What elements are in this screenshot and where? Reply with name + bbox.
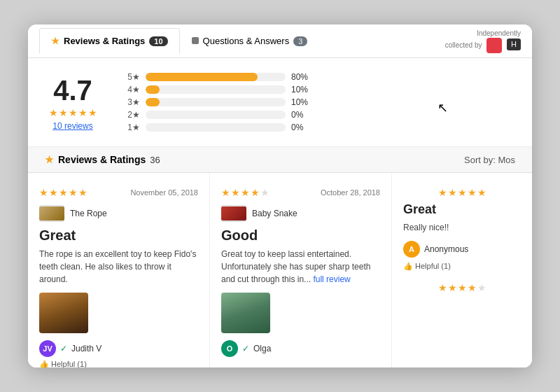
bar-label-4: 4★ [123,85,140,94]
review-2-title: Good [221,227,380,244]
bar-pct-4: 10% [291,85,314,94]
tab-qa[interactable]: Questions & Answers 3 [180,28,320,54]
bar-row-3: 3★ 10% [123,97,515,107]
bar-fill-4 [146,85,160,94]
bar-label-3: 3★ [123,97,140,107]
bar-row-4: 4★ 10% [123,85,515,94]
star-1: ★ [49,107,58,118]
review-2-product: Baby Snake [221,205,380,222]
bar-label-5: 5★ [123,72,140,82]
reviewer-2-avatar: O [221,340,238,357]
review-2-date: October 28, 2018 [321,188,380,197]
sort-by[interactable]: Sort by: Mos [464,155,515,165]
tab-qa-label: Questions & Answers [203,36,290,46]
bar-pct-1: 0% [291,122,314,132]
star-5: ★ [88,107,97,118]
review-2-reviewer: O ✓ Olga [221,340,380,357]
reviewer-1-avatar: JV [39,340,56,357]
review-2-product-name: Baby Snake [252,209,298,218]
h-badge: H [507,38,521,50]
review-1-title: Great [39,227,198,244]
review-2-body: Great toy to keep lassi entertained. Unf… [221,248,380,286]
bar-track-5 [146,73,286,81]
full-review-link[interactable]: full review [313,274,350,284]
bar-pct-5: 80% [291,72,314,82]
rating-bars: 5★ 80% 4★ 10% 3★ 10% 2★ [123,72,515,135]
review-3-reviewer: A Anonymous [403,241,521,258]
star-3: ★ [69,107,78,118]
bar-track-2 [146,111,286,119]
independently-collected: Independently collected by H [445,29,521,53]
review-3-extra-stars: ★ ★ ★ ★ ★ [403,282,521,293]
rating-score: 4.7 [45,76,101,104]
review-1-body: The rope is an excellent toy to keep Fid… [39,248,198,286]
rating-stars: ★ ★ ★ ★ ★ [45,107,101,118]
review-1-stars: ★ ★ ★ ★ ★ [39,187,88,198]
overall-rating: 4.7 ★ ★ ★ ★ ★ 10 reviews [45,76,101,131]
bar-track-1 [146,123,286,132]
rope-thumb [39,205,64,222]
bubble-icon [192,36,199,46]
bar-track-3 [146,98,286,106]
collected-logo [486,38,502,53]
verified-icon-2: ✓ [242,344,249,354]
reviewer-2-name: Olga [253,344,271,354]
review-3-body: Really nice!! [403,221,521,234]
rating-summary: 4.7 ★ ★ ★ ★ ★ 10 reviews 5★ 80% 4★ [28,58,532,147]
bar-label-2: 2★ [123,110,140,120]
review-count[interactable]: 10 reviews [45,121,101,131]
tab-reviews-label: Reviews & Ratings [64,36,145,46]
section-count: 36 [150,155,160,165]
review-card-2: ★ ★ ★ ★ ★ October 28, 2018 Baby Snake Go… [210,173,392,368]
bar-fill-5 [146,73,258,81]
bar-pct-2: 0% [291,110,314,120]
bar-row-1: 1★ 0% [123,122,515,132]
reviews-count-badge: 10 [149,36,167,46]
review-3-helpful[interactable]: 👍 Helpful (1) [403,262,521,271]
star-2: ★ [59,107,68,118]
reviews-section-header: ★ Reviews & Ratings 36 Sort by: Mos [28,147,532,173]
review-3-stars: ★ ★ ★ ★ ★ [403,187,521,198]
bar-track-4 [146,85,286,94]
review-2-image [221,293,270,333]
sort-label: Sort by: [464,155,496,165]
review-1-reviewer: JV ✓ Judith V [39,340,198,357]
bar-row-2: 2★ 0% [123,110,515,120]
bar-label-1: 1★ [123,122,140,132]
reviewer-3-avatar: A [403,241,420,258]
tab-bar: ★ Reviews & Ratings 10 Questions & Answe… [28,24,532,58]
section-title-label: Reviews & Ratings [58,154,146,165]
snake-thumb [221,205,246,222]
star-icon: ★ [51,36,59,46]
review-card-3: ★ ★ ★ ★ ★ Great Really nice!! A Anonymou… [392,173,532,368]
review-1-helpful[interactable]: 👍 Helpful (1) [39,360,198,368]
review-1-date: November 05, 2018 [130,188,198,197]
section-star-icon: ★ [45,154,54,165]
review-1-image [39,293,88,333]
section-title: ★ Reviews & Ratings 36 [45,154,160,165]
tab-reviews-ratings[interactable]: ★ Reviews & Ratings 10 [39,28,180,54]
reviews-grid: ★ ★ ★ ★ ★ November 05, 2018 The Rope Gre… [28,173,532,368]
star-4: ★ [78,107,88,118]
browser-window: ★ Reviews & Ratings 10 Questions & Answe… [28,24,532,368]
bar-pct-3: 10% [291,97,314,107]
review-3-title: Great [403,202,521,217]
bar-fill-3 [146,98,160,106]
verified-icon-1: ✓ [60,344,67,354]
sort-value: Mos [498,155,515,165]
review-2-stars: ★ ★ ★ ★ ★ [221,187,270,198]
bar-row-5: 5★ 80% [123,72,515,82]
reviewer-1-name: Judith V [71,344,102,354]
review-card-1: ★ ★ ★ ★ ★ November 05, 2018 The Rope Gre… [28,173,210,368]
review-1-meta: ★ ★ ★ ★ ★ November 05, 2018 [39,184,198,201]
review-1-product-name: The Rope [70,209,107,218]
reviewer-3-name: Anonymous [424,244,468,254]
review-2-meta: ★ ★ ★ ★ ★ October 28, 2018 [221,184,380,201]
qa-count-badge: 3 [293,36,307,46]
review-1-product: The Rope [39,205,198,222]
